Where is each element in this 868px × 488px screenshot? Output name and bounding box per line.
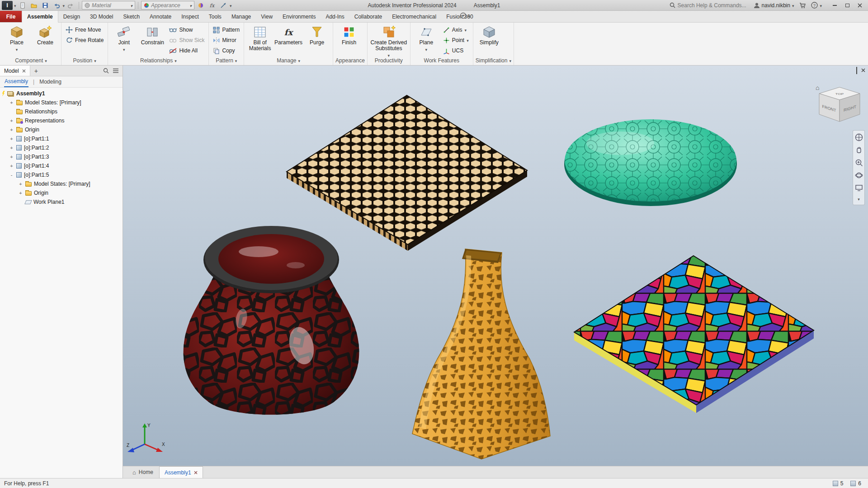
point-button[interactable]: Point <box>441 35 471 45</box>
appearance-select[interactable]: Appearance <box>141 1 194 9</box>
expand-toggle[interactable]: + <box>9 136 14 141</box>
position-group-label[interactable]: Position <box>64 56 105 65</box>
tab-3d-model[interactable]: 3D Model <box>85 11 118 22</box>
constrain-button[interactable]: Constrain <box>139 24 166 46</box>
bill-of-materials-button[interactable]: Bill of Materials <box>246 24 274 52</box>
viewport-canvas[interactable]: ⌂ TOP FRONT RIGHT <box>123 66 868 466</box>
finish-button[interactable]: Finish <box>335 24 363 46</box>
expand-toggle[interactable]: + <box>9 118 14 123</box>
pan-hand-icon[interactable] <box>855 146 863 154</box>
copy-button[interactable]: Copy <box>211 46 241 56</box>
app-menu-caret-icon[interactable] <box>14 2 16 9</box>
zoom-icon[interactable] <box>855 159 863 167</box>
undo-caret-icon[interactable] <box>63 2 65 9</box>
browser-search-icon[interactable] <box>103 68 109 74</box>
simplification-group-label[interactable]: Simplification <box>476 56 511 65</box>
simplify-button[interactable]: Simplify <box>476 24 503 46</box>
material-select[interactable]: Material <box>82 1 135 9</box>
place-caret-icon[interactable] <box>16 46 18 52</box>
tree-item-work-plane1[interactable]: Work Plane1 <box>0 197 123 206</box>
tab-electromechanical[interactable]: Electromechanical <box>387 11 441 22</box>
productivity-group-label[interactable]: Productivity <box>370 56 408 65</box>
tab-annotate[interactable]: Annotate <box>145 11 176 22</box>
tab-view[interactable]: View <box>256 11 278 22</box>
new-file-icon[interactable] <box>18 1 28 10</box>
expand-toggle[interactable]: + <box>9 154 14 160</box>
navigation-wheel-icon[interactable] <box>855 133 863 141</box>
tab-manage[interactable]: Manage <box>226 11 256 22</box>
tab-inspect[interactable]: Inspect <box>176 11 204 22</box>
tree-item-representations[interactable]: + Representations <box>0 116 123 125</box>
tab-design[interactable]: Design <box>58 11 85 22</box>
component-group-label[interactable]: Component <box>3 56 59 65</box>
mirror-button[interactable]: Mirror <box>211 35 241 45</box>
pattern-button[interactable]: Pattern <box>211 25 241 35</box>
browser-tab-modeling[interactable]: Modeling <box>39 77 62 87</box>
tree-item-part1-5-model-states[interactable]: + Model States: [Primary] <box>0 179 123 188</box>
ribbon-display-toggle[interactable] <box>460 12 470 19</box>
expand-toggle[interactable]: + <box>9 100 14 105</box>
free-rotate-button[interactable]: Free Rotate <box>64 35 105 45</box>
model-hex-voronoi-plate[interactable] <box>287 95 527 251</box>
create-button[interactable]: Create <box>32 24 59 46</box>
window-close-button[interactable] <box>854 0 866 10</box>
store-cart-icon[interactable] <box>797 1 807 10</box>
plane-caret-icon[interactable] <box>425 46 428 52</box>
parameters-quick-icon[interactable]: fx <box>207 1 217 10</box>
purge-button[interactable]: Purge <box>303 24 330 46</box>
appearance-group-label[interactable]: Appearance <box>335 56 365 65</box>
open-file-icon[interactable] <box>29 1 39 10</box>
tab-environments[interactable]: Environments <box>278 11 321 22</box>
save-icon[interactable] <box>40 1 50 10</box>
parameters-button[interactable]: fx Parameters <box>275 24 302 46</box>
orbit-icon[interactable] <box>855 171 863 179</box>
tree-item-assembly1[interactable]: Assembly1 <box>0 89 123 98</box>
plane-button[interactable]: Plane <box>413 24 440 52</box>
expand-toggle[interactable]: + <box>9 127 14 132</box>
browser-tab-model[interactable]: Model <box>0 66 30 76</box>
manage-group-label[interactable]: Manage <box>246 56 330 65</box>
expand-toggle[interactable]: + <box>18 190 23 196</box>
tab-tools[interactable]: Tools <box>204 11 226 22</box>
account-menu[interactable]: navid.nikbin <box>754 2 794 9</box>
pattern-group-label[interactable]: Pattern <box>211 56 241 65</box>
tree-item-part1-4[interactable]: + [o]:Part1:4 <box>0 161 123 170</box>
axis-button[interactable]: Axis <box>441 25 471 35</box>
adjust-appearance-icon[interactable] <box>196 1 206 10</box>
show-button[interactable]: Show <box>167 25 206 35</box>
look-at-icon[interactable] <box>855 184 863 191</box>
search-input[interactable] <box>678 2 750 9</box>
document-close-button[interactable] <box>861 67 865 74</box>
document-restore-button[interactable] <box>856 67 857 74</box>
tree-item-origin[interactable]: + Origin <box>0 125 123 134</box>
app-menu-button[interactable]: I <box>2 1 13 10</box>
tree-item-model-states[interactable]: + Model States: [Primary] <box>0 98 123 107</box>
joint-caret-icon[interactable] <box>123 46 125 52</box>
qat-customize-caret-icon[interactable] <box>230 2 232 9</box>
free-move-button[interactable]: Free Move <box>64 25 105 35</box>
relationships-group-label[interactable]: Relationships <box>110 56 206 65</box>
place-button[interactable]: Place <box>3 24 30 52</box>
expand-toggle[interactable]: - <box>9 172 14 178</box>
viewcube-home-icon[interactable]: ⌂ <box>816 84 819 91</box>
tree-item-part1-1[interactable]: + [o]:Part1:1 <box>0 134 123 143</box>
help-search[interactable] <box>670 2 750 9</box>
window-minimize-button[interactable] <box>828 0 841 10</box>
work-features-group-label[interactable]: Work Features <box>413 56 471 65</box>
create-derived-substitutes-button[interactable]: Create Derived Substitutes <box>370 24 408 58</box>
model-voronoi-vase[interactable] <box>184 226 359 415</box>
navbar-caret-icon[interactable] <box>858 196 860 202</box>
model-multicolor-voronoi-plate[interactable] <box>574 256 814 413</box>
tree-item-part1-2[interactable]: + [o]:Part1:2 <box>0 143 123 152</box>
browser-menu-icon[interactable] <box>113 68 119 73</box>
ucs-button[interactable]: UCS <box>441 46 471 56</box>
tab-sketch[interactable]: Sketch <box>118 11 145 22</box>
view-cube[interactable]: ⌂ TOP FRONT RIGHT <box>816 84 860 122</box>
measure-icon[interactable] <box>218 1 228 10</box>
tree-item-relationships[interactable]: Relationships <box>0 107 123 116</box>
model-voronoi-disc[interactable] <box>564 119 737 206</box>
window-maximize-button[interactable] <box>841 0 854 10</box>
expand-toggle[interactable]: + <box>9 145 14 150</box>
assembly1-tab-close-icon[interactable] <box>194 471 198 474</box>
browser-tab-close-icon[interactable] <box>22 69 26 73</box>
